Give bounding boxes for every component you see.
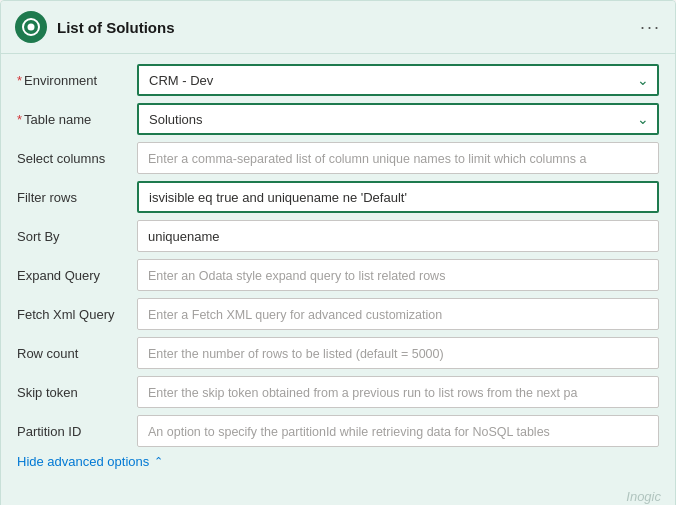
environment-label: *Environment — [17, 73, 137, 88]
fetch-xml-query-label: Fetch Xml Query — [17, 307, 137, 322]
page-title: List of Solutions — [57, 19, 175, 36]
card-header: List of Solutions ··· — [1, 1, 675, 54]
environment-required-star: * — [17, 73, 22, 88]
select-columns-input[interactable] — [137, 142, 659, 174]
watermark-text: Inogic — [626, 489, 661, 504]
partition-id-input[interactable] — [137, 415, 659, 447]
main-card: List of Solutions ··· *Environment ⌄ *Ta… — [0, 0, 676, 505]
chevron-up-icon: ⌃ — [154, 455, 163, 468]
row-count-label: Row count — [17, 346, 137, 361]
skip-token-row: Skip token — [17, 376, 659, 408]
form-body: *Environment ⌄ *Table name ⌄ Select colu… — [1, 54, 675, 485]
table-name-label: *Table name — [17, 112, 137, 127]
fetch-xml-query-row: Fetch Xml Query — [17, 298, 659, 330]
table-name-dropdown-wrapper: ⌄ — [137, 103, 659, 135]
select-columns-row: Select columns — [17, 142, 659, 174]
more-options-button[interactable]: ··· — [640, 17, 661, 38]
app-logo — [15, 11, 47, 43]
partition-id-label: Partition ID — [17, 424, 137, 439]
header-left: List of Solutions — [15, 11, 175, 43]
fetch-xml-query-input[interactable] — [137, 298, 659, 330]
environment-row: *Environment ⌄ — [17, 64, 659, 96]
expand-query-label: Expand Query — [17, 268, 137, 283]
sort-by-input[interactable] — [137, 220, 659, 252]
table-required-star: * — [17, 112, 22, 127]
hide-advanced-label: Hide advanced options — [17, 454, 149, 469]
skip-token-input[interactable] — [137, 376, 659, 408]
skip-token-label: Skip token — [17, 385, 137, 400]
filter-rows-label: Filter rows — [17, 190, 137, 205]
table-name-dropdown[interactable] — [137, 103, 659, 135]
watermark: Inogic — [1, 485, 675, 505]
expand-query-row: Expand Query — [17, 259, 659, 291]
row-count-input[interactable] — [137, 337, 659, 369]
select-columns-label: Select columns — [17, 151, 137, 166]
partition-id-row: Partition ID — [17, 415, 659, 447]
filter-rows-row: Filter rows — [17, 181, 659, 213]
row-count-row: Row count — [17, 337, 659, 369]
sort-by-label: Sort By — [17, 229, 137, 244]
environment-dropdown[interactable] — [137, 64, 659, 96]
hide-advanced-button[interactable]: Hide advanced options ⌃ — [17, 454, 659, 469]
table-name-row: *Table name ⌄ — [17, 103, 659, 135]
filter-rows-input[interactable] — [137, 181, 659, 213]
sort-by-row: Sort By — [17, 220, 659, 252]
logo-inner — [22, 18, 40, 36]
environment-dropdown-wrapper: ⌄ — [137, 64, 659, 96]
expand-query-input[interactable] — [137, 259, 659, 291]
